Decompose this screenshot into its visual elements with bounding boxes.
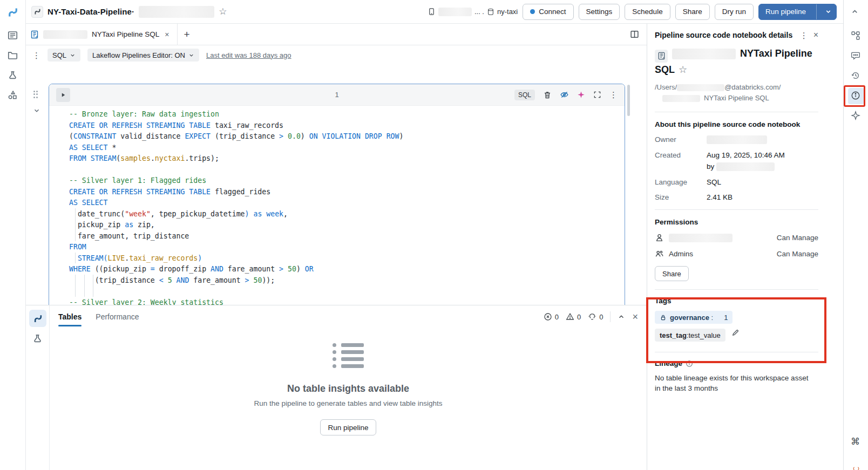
details-panel: Pipeline source code notebook details ⋮ … [647,24,843,470]
fullscreen-icon[interactable] [593,91,601,99]
tag-governance[interactable]: governance : 1 [655,311,733,324]
code-line[interactable]: -- Silver layer 2: Weekly statistics [69,297,625,305]
tab-close-icon[interactable]: × [164,30,170,39]
run-cell-button[interactable] [56,88,70,102]
permission-level: Can Manage [777,234,818,242]
cell-language-badge[interactable]: SQL [514,90,535,100]
error-counter[interactable]: 0 [544,312,559,321]
editor-mode-select[interactable]: Lakeflow Pipelines Editor: ON [87,49,199,62]
assistant-sparkle-icon[interactable] [577,91,585,99]
pipeline-graph-icon[interactable] [851,31,862,42]
pipeline-panel-icon-selected[interactable] [29,310,46,327]
favorite-star-icon[interactable]: ☆ [679,64,687,75]
cell-kebab-icon[interactable]: ⋮ [609,91,618,99]
code-line[interactable]: CREATE OR REFRESH STREAMING TABLE flagge… [69,187,625,198]
code-line[interactable]: CREATE OR REFRESH STREAMING TABLE taxi_r… [69,120,625,132]
code-line[interactable]: (CONSTRAINT valid_distance EXPECT (trip_… [69,131,625,142]
add-tab-button[interactable]: + [178,24,196,45]
editor-scrollbar[interactable] [627,85,630,116]
size-value: 2.41 KB [707,193,818,201]
sql-code-cell: 1 SQL ⋮ - [49,84,625,305]
bottom-panel-rail [26,305,50,470]
code-line[interactable]: -- Bronze layer: Raw data ingestion [69,109,625,120]
notebook-icon [655,50,668,63]
run-options-chevron-down-icon[interactable] [820,8,836,15]
code-line[interactable]: AS SELECT [69,197,625,209]
catalog-name: ny-taxi [497,8,518,16]
details-close-icon[interactable]: × [813,31,818,39]
tab-performance[interactable]: Performance [96,305,139,328]
favorite-star-icon[interactable]: ☆ [219,7,227,16]
notebook-icon [30,30,39,39]
redacted-created-by [716,162,775,171]
close-panel-icon[interactable]: × [632,312,638,322]
tab-nytaxi-pipeline-sql[interactable]: NYTaxi Pipeline SQL × [26,24,178,45]
run-pipeline-button[interactable]: Run pipeline [758,4,837,20]
split-view-columns-icon[interactable] [630,24,647,45]
indent-guide [75,253,76,263]
divider [655,209,818,210]
divider [655,352,818,352]
workspace-list-icon[interactable] [8,30,18,41]
warning-counter[interactable]: 0 [566,312,581,321]
comments-icon[interactable] [851,51,862,62]
partial-help-icon[interactable] [852,466,860,470]
code-line[interactable]: -- Silver layer 1: Flagged rides [69,175,625,187]
connect-button[interactable]: Connect [523,4,573,20]
error-circle-icon [544,312,552,321]
experiments-flask-icon[interactable] [8,70,18,81]
code-line[interactable]: (trip_distance < 5 AND fare_amount > 50)… [69,275,625,287]
redacted-user [669,234,733,242]
code-line[interactable]: WHERE ((pickup_zip = dropoff_zip AND far… [69,264,625,275]
info-icon[interactable] [686,360,693,367]
indent-guide [75,208,76,241]
bottom-panel-header: Tables Performance 0 0 0 [50,305,647,328]
cell-collapse-chevron-down-icon[interactable] [33,107,40,114]
suggestion-counter[interactable]: 0 [588,312,603,321]
code-line[interactable] [69,165,625,176]
version-history-icon[interactable] [851,71,862,81]
toolbar-kebab-icon[interactable]: ⋮ [32,51,40,59]
code-line[interactable]: fare_amount, trip_distance [69,231,625,242]
about-grid: Owner Created Aug 19, 2025, 10:46 AM by … [655,135,818,202]
keyboard-shortcuts-command-icon[interactable]: ⌘ [851,436,862,447]
code-line[interactable]: FROM STREAM(samples.nyctaxi.trips); [69,153,625,165]
experiments-flask-icon[interactable] [32,333,43,344]
empty-state-subtitle: Run the pipeline to generate tables and … [254,399,443,407]
last-edit-link[interactable]: Last edit was 188 days ago [206,51,291,59]
assistant-sparkle-outline-icon[interactable] [851,111,862,121]
share-button[interactable]: Share [675,4,710,20]
info-panel-icon[interactable] [851,91,862,101]
schedule-button[interactable]: Schedule [625,4,670,20]
code-area[interactable]: -- Bronze layer: Raw data ingestionCREAT… [49,106,625,305]
code-line[interactable]: pickup_zip as zip, [69,220,625,231]
code-line[interactable]: FROM [69,242,625,253]
assets-shapes-icon[interactable] [8,90,18,101]
collapse-header-chevron-up-icon[interactable] [851,8,862,18]
tab-label: NYTaxi Pipeline SQL [92,30,159,38]
collapse-panel-chevron-up-icon[interactable] [618,313,625,321]
code-line[interactable] [69,286,625,297]
table-insights-illustration-icon [333,343,364,368]
tag-test-tag[interactable]: test_tag:test_value [655,329,725,342]
edit-tags-pencil-icon[interactable] [731,329,740,337]
code-line[interactable]: STREAM(LIVE.taxi_raw_records) [69,253,625,264]
compute-context[interactable]: ... . ny-taxi [428,8,518,16]
details-kebab-icon[interactable]: ⋮ [800,31,808,39]
folder-icon[interactable] [8,50,18,61]
dry-run-button[interactable]: Dry run [715,4,754,20]
settings-button[interactable]: Settings [579,4,620,20]
hide-result-eye-off-icon[interactable] [560,90,569,99]
language-select[interactable]: SQL [48,49,80,62]
delete-cell-trash-icon[interactable] [543,91,552,99]
admins-label: Admins [669,250,693,258]
play-icon [60,92,66,98]
permissions-heading: Permissions [655,218,818,226]
tab-tables[interactable]: Tables [58,305,82,328]
share-permissions-button[interactable]: Share [655,266,689,281]
run-pipeline-empty-button[interactable]: Run pipeline [320,419,376,435]
code-line[interactable]: AS SELECT * [69,142,625,154]
pipelines-logo-icon[interactable] [8,7,18,18]
cell-drag-handle[interactable] [33,91,39,98]
code-line[interactable]: date_trunc("week", tpep_pickup_datetime)… [69,209,625,220]
